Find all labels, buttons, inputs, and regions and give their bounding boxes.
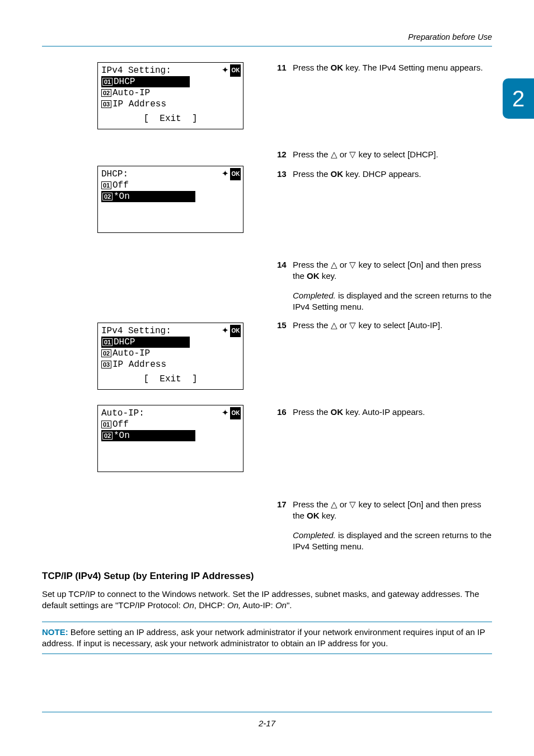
step-16: 16 Press the OK key. Auto-IP appears. [277,407,492,418]
lcd-dhcp: DHCP: ✦ OK 01Off 02*On [97,166,243,233]
step-13-body: Press the OK key. DHCP appears. [293,169,492,180]
lcd1-row2-num: 02 [101,89,111,97]
step-17-number: 17 [277,499,293,552]
section-body: Set up TCP/IP to connect to the Windows … [42,589,492,612]
lcd3-row2: Auto-IP [113,348,150,359]
lcd2-title: DHCP: [101,169,222,180]
note-text: Before setting an IP address, ask your n… [42,627,485,648]
step-15: 15 Press the or key to select [Auto-IP]. [277,320,492,331]
running-header: Preparation before Use [42,32,492,46]
page-number: 2-17 [0,718,534,728]
step-11-number: 11 [277,62,293,73]
triangle-down-icon [349,320,356,330]
lcd1-row3-num: 03 [101,100,111,108]
step-17-body: Press the or key to select [On] and then… [293,499,492,552]
nav-ok-icon: ✦ OK [222,64,240,77]
lcd1-title: IPv4 Setting: [101,65,222,76]
step-17: 17 Press the or key to select [On] and t… [277,499,492,552]
step-15-body: Press the or key to select [Auto-IP]. [293,320,492,331]
nav-ok-icon: ✦ OK [222,407,240,419]
section-block: TCP/IP (IPv4) Setup (by Entering IP Addr… [42,571,492,654]
step-12-body: Press the or key to select [DHCP]. [293,149,492,160]
chapter-tab: 2 [503,78,534,119]
nav-ok-icon: ✦ OK [222,168,240,180]
step-11-body: Press the OK key. The IPv4 Setting menu … [293,62,492,73]
page: Preparation before Use 2 IPv4 Setting: ✦… [0,0,534,756]
triangle-down-icon [349,260,356,269]
section-heading: TCP/IP (IPv4) Setup (by Entering IP Addr… [42,571,492,582]
footer-rule [42,712,492,712]
triangle-down-icon [349,500,356,509]
lcd1-row1-highlight: 01DHCP [101,76,190,87]
step-13: 13 Press the OK key. DHCP appears. [277,169,492,180]
lcd3-row2-num: 02 [101,349,111,357]
lcd3-row3: IP Address [113,359,166,370]
triangle-up-icon [331,320,338,330]
lcd3-title: IPv4 Setting: [101,325,222,337]
step-14-body: Press the or key to select [On] and then… [293,259,492,312]
triangle-up-icon [331,150,338,159]
lcd4-row2-highlight: 02*On [101,430,195,441]
lcd4-row1-num: 01 [101,421,111,428]
step-14: 14 Press the or key to select [On] and t… [277,259,492,312]
step-12: 12 Press the or key to select [DHCP]. [277,149,492,160]
header-rule [42,46,492,46]
lcd3-row1-highlight: 01DHCP [101,337,190,348]
lcd2-row1-num: 01 [101,181,111,189]
note-block: NOTE: Before setting an IP address, ask … [42,622,492,655]
nav-ok-icon: ✦ OK [222,325,240,337]
lcd1-row3: IP Address [113,99,166,110]
lcd-auto-ip: Auto-IP: ✦ OK 01Off 02*On [97,405,243,472]
step-15-number: 15 [277,320,293,331]
step-14-number: 14 [277,259,293,312]
lcd4-title: Auto-IP: [101,408,222,419]
note-label: NOTE: [42,627,68,637]
lcd3-row3-num: 03 [101,361,111,368]
step-13-number: 13 [277,169,293,180]
lcd4-row1: Off [113,419,129,430]
triangle-up-icon [331,500,338,509]
step-12-number: 12 [277,149,293,160]
header-section-title: Preparation before Use [42,32,492,41]
step-16-body: Press the OK key. Auto-IP appears. [293,407,492,418]
triangle-down-icon [349,150,356,159]
lcd-ipv4-setting-2: IPv4 Setting: ✦ OK 01DHCP 02Auto-IP 03IP… [97,323,243,390]
lcd2-row2-highlight: 02*On [101,191,195,202]
step-16-number: 16 [277,407,293,418]
lcd1-exit: [ Exit ] [143,110,197,128]
content-area: IPv4 Setting: ✦ OK 01DHCP 02Auto-IP 03IP… [42,62,492,633]
lcd1-row2: Auto-IP [113,87,150,99]
lcd3-exit: [ Exit ] [143,370,197,388]
step-11: 11 Press the OK key. The IPv4 Setting me… [277,62,492,73]
lcd2-row1: Off [113,180,129,191]
lcd-ipv4-setting-1: IPv4 Setting: ✦ OK 01DHCP 02Auto-IP 03IP… [97,62,243,129]
triangle-up-icon [331,260,338,269]
